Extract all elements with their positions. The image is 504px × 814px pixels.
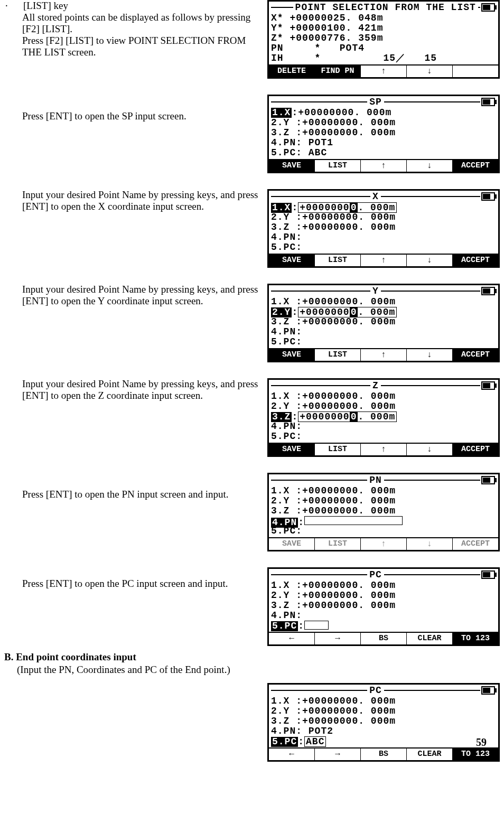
sk-list[interactable]: LIST — [315, 160, 361, 172]
lcd-row: 1.X:+00000000. 000m — [271, 108, 496, 118]
lcd-row: Y* +00000100. 421m — [271, 23, 496, 33]
lcd-row: 1.X:+00000000. 000m — [271, 202, 496, 212]
page-number: 59 — [476, 736, 487, 748]
sk-up[interactable]: ↑ — [361, 255, 407, 266]
sk-up[interactable]: ↑ — [361, 444, 407, 455]
lcd-row: 1.X :+00000000. 000m — [271, 391, 496, 401]
lcd-row: 3.Z :+00000000. 000m — [271, 601, 496, 611]
sk-save[interactable]: SAVE — [269, 160, 315, 172]
sk-accept[interactable]: ACCEPT — [453, 255, 498, 266]
lcd-y: Y 1.X :+00000000. 000m 2.Y:+00000000. 00… — [267, 284, 500, 362]
lcd-row: 5.PC: — [271, 621, 496, 631]
sk-down[interactable]: ↓ — [407, 538, 453, 550]
sk-up[interactable]: ↑ — [361, 66, 407, 77]
lcd-title: PC — [367, 570, 384, 580]
lcd-row: 4.PN: — [271, 232, 496, 242]
battery-icon — [481, 98, 495, 106]
s6-text: Press [ENT] to open the PN input screen … — [22, 489, 262, 500]
section-b-heading: B. End point coordinates input — [4, 651, 500, 663]
lcd-row: 3.Z:+00000000. 000m — [271, 411, 496, 422]
sk-to123[interactable]: TO 123 — [453, 748, 498, 760]
sk-left[interactable]: ← — [269, 748, 315, 760]
battery-icon — [481, 686, 495, 695]
sk-list[interactable]: LIST — [315, 444, 361, 455]
sk-up[interactable]: ↑ — [361, 160, 407, 172]
lcd-row: 1.X :+00000000. 000m — [271, 581, 496, 591]
sk-down[interactable]: ↓ — [407, 255, 453, 266]
lcd-row: 1.X :+00000000. 000m — [271, 486, 496, 496]
lcd-title: SP — [367, 97, 384, 107]
lcd-row: 4.PN: — [271, 516, 496, 526]
battery-icon — [481, 476, 495, 484]
sk-bs[interactable]: BS — [361, 748, 407, 760]
lcd-row: 5.PC: — [271, 337, 496, 347]
lcd-title: Z — [370, 381, 381, 391]
sk-clear[interactable]: CLEAR — [407, 748, 453, 760]
lcd-row: 3.Z :+00000000. 000m — [271, 128, 496, 138]
sk-list[interactable]: LIST — [315, 538, 361, 550]
battery-icon — [481, 381, 495, 390]
sk-to123[interactable]: TO 123 — [453, 633, 498, 644]
sk-save[interactable]: SAVE — [269, 538, 315, 550]
lcd-z: Z 1.X :+00000000. 000m 2.Y :+00000000. 0… — [267, 378, 500, 457]
sk-down[interactable]: ↓ — [407, 349, 453, 361]
sk-down[interactable]: ↓ — [407, 444, 453, 455]
lcd-row: 2.Y :+00000000. 000m — [271, 496, 496, 506]
sk-list[interactable]: LIST — [315, 255, 361, 266]
sk-down[interactable]: ↓ — [407, 66, 453, 77]
sk-save[interactable]: SAVE — [269, 349, 315, 361]
sk-down[interactable]: ↓ — [407, 160, 453, 172]
lcd-title: Y — [370, 286, 381, 296]
lcd-row: 5.PC: — [271, 432, 496, 442]
sk-save[interactable]: SAVE — [269, 255, 315, 266]
lcd-row: 2.Y :+00000000. 000m — [271, 401, 496, 411]
s7-text: Press [ENT] to open the PC input screen … — [22, 578, 262, 590]
sk-empty — [453, 66, 498, 77]
sk-delete[interactable]: DELETE — [269, 66, 315, 77]
sk-right[interactable]: → — [315, 748, 361, 760]
lcd-row: 2.Y :+00000000. 000m — [271, 212, 496, 222]
lcd-row: 3.Z :+00000000. 000m — [271, 222, 496, 232]
s4-text: Input your desired Point Name by pressin… — [22, 284, 262, 307]
sk-up[interactable]: ↑ — [361, 349, 407, 361]
lcd-row: X* +00000025. 048m — [271, 13, 496, 23]
lcd-row: 4.PN: POT2 — [271, 726, 496, 736]
lcd-row: 2.Y :+00000000. 000m — [271, 118, 496, 128]
lcd-row: 5.PC: ABC — [271, 148, 496, 158]
sk-right[interactable]: → — [315, 633, 361, 644]
s1-line3: Press [F2] [LIST] to view POINT SELECTIO… — [22, 35, 262, 58]
bullet: · — [4, 0, 23, 12]
sk-accept[interactable]: ACCEPT — [453, 444, 498, 455]
lcd-row: 3.Z :+00000000. 000m — [271, 716, 496, 726]
sk-accept[interactable]: ACCEPT — [453, 538, 498, 550]
battery-icon — [481, 192, 495, 201]
sk-find-pn[interactable]: FIND PN — [315, 66, 361, 77]
sk-clear[interactable]: CLEAR — [407, 633, 453, 644]
lcd-row: IH * 15／ 15 — [271, 53, 496, 63]
lcd-row: PN * POT4 — [271, 43, 496, 53]
lcd-row: 2.Y :+00000000. 000m — [271, 591, 496, 601]
lcd-title: POINT SELECTION FROM THE LIST — [293, 3, 478, 13]
sk-accept[interactable]: ACCEPT — [453, 349, 498, 361]
s3-text: Input your desired Point Name by pressin… — [22, 189, 262, 212]
sk-left[interactable]: ← — [269, 633, 315, 644]
lcd-row: 4.PN: POT1 — [271, 138, 496, 148]
sk-bs[interactable]: BS — [361, 633, 407, 644]
section-b-sub: (Input the PN, Coordinates and PC of the… — [17, 664, 500, 676]
sk-list[interactable]: LIST — [315, 349, 361, 361]
lcd-row: 4.PN: — [271, 422, 496, 432]
sk-save[interactable]: SAVE — [269, 444, 315, 455]
lcd-sp: SP 1.X:+00000000. 000m 2.Y :+00000000. 0… — [267, 95, 500, 173]
lcd-row: 5.PC:ABC — [271, 736, 496, 746]
lcd-row: 3.Z :+00000000. 000m — [271, 506, 496, 516]
lcd-row: 2.Y:+00000000. 000m — [271, 307, 496, 317]
lcd-title: PC — [367, 686, 384, 696]
lcd-title: PN — [367, 475, 384, 485]
lcd-row: 1.X :+00000000. 000m — [271, 696, 496, 706]
battery-icon — [481, 287, 495, 295]
sk-up[interactable]: ↑ — [361, 538, 407, 550]
lcd-row: 1.X :+00000000. 000m — [271, 297, 496, 307]
sk-accept[interactable]: ACCEPT — [453, 160, 498, 172]
s5-text: Input your desired Point Name by pressin… — [22, 378, 262, 401]
s2-text: Press [ENT] to open the SP input screen. — [22, 110, 262, 122]
